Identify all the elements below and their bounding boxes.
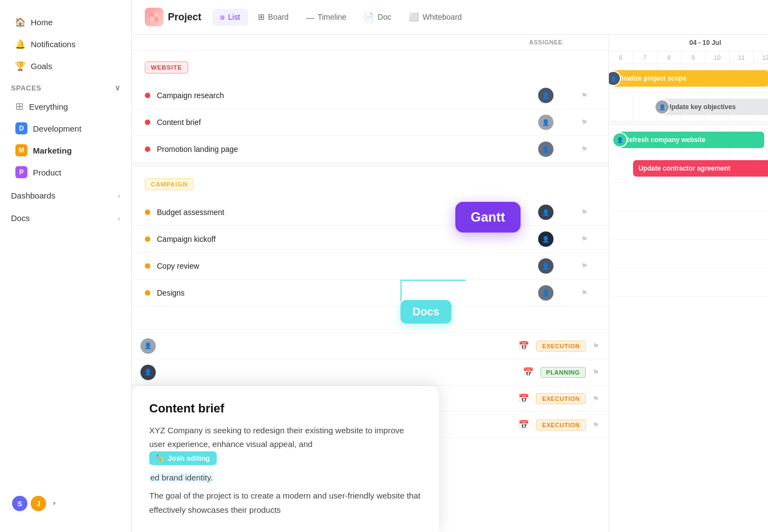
task-name: Campaign research — [157, 91, 518, 100]
space-avatar-p: P — [15, 166, 27, 178]
avatar: 👤 — [538, 258, 554, 274]
task-row-status[interactable]: 👤 📅 EXECUTION ⚑ — [132, 333, 608, 359]
task-assignee: 👤 — [518, 205, 573, 220]
sidebar-label-development: Development — [33, 124, 81, 133]
space-avatar-m: M — [15, 144, 27, 156]
gantt-week-headers: 04 - 10 Jul 11 - 17 Jul — [609, 35, 768, 52]
main-area: Project ≡ List ⊞ Board — Timeline 📄 Doc … — [132, 0, 768, 532]
avatar: 👤 — [612, 132, 628, 148]
chevron-right-icon: › — [117, 213, 120, 223]
gantt-row-empty — [609, 211, 768, 240]
gantt-day: 6 — [609, 52, 633, 64]
project-icon — [145, 8, 163, 26]
docs-connector-horizontal — [400, 280, 466, 281]
avatar-j[interactable]: J — [30, 495, 47, 512]
bell-icon: 🔔 — [15, 39, 25, 49]
sidebar-item-marketing[interactable]: M Marketing — [4, 140, 127, 161]
task-row[interactable]: Content brief 👤 ⚑ — [132, 109, 608, 136]
tab-list[interactable]: ≡ List — [212, 9, 248, 26]
task-name: Copy review — [157, 262, 518, 270]
sidebar-item-goals[interactable]: 🏆 Goals — [4, 55, 127, 76]
gantt-bar-objectives[interactable]: 👤 Update key objectives — [661, 99, 768, 115]
sidebar-bottom: S J ▾ — [0, 486, 131, 521]
docs-connector-vertical — [400, 280, 402, 302]
sidebar-item-product[interactable]: P Product — [4, 162, 127, 183]
tab-timeline[interactable]: — Timeline — [298, 9, 354, 26]
calendar-icon: 📅 — [523, 367, 534, 377]
avatar: 👤 — [538, 88, 554, 103]
task-row[interactable]: Campaign kickoff 👤 ⚑ — [132, 226, 608, 253]
task-flag: ⚑ — [573, 91, 595, 100]
sidebar-item-home[interactable]: 🏠 Home — [4, 12, 127, 32]
gantt-row-3: 👤 Refresh company website — [609, 126, 768, 154]
sidebar: 🏠 Home 🔔 Notifications 🏆 Goals Spaces ∨ … — [0, 0, 132, 532]
task-priority-dot — [145, 120, 150, 125]
task-row-status[interactable]: 👤 📅 PLANNING ⚑ — [132, 359, 608, 386]
sidebar-item-dashboards[interactable]: Dashboards › — [0, 185, 131, 206]
sidebar-item-development[interactable]: D Development — [4, 118, 127, 139]
docs-panel-title: Content brief — [149, 401, 421, 416]
task-row[interactable]: Promotion landing page 👤 ⚑ — [132, 136, 608, 163]
task-assignee: 👤 — [518, 88, 573, 103]
task-name: Designs — [157, 288, 518, 297]
task-assignee: 👤 — [518, 258, 573, 274]
sidebar-item-notifications[interactable]: 🔔 Notifications — [4, 33, 127, 54]
svg-rect-3 — [155, 18, 159, 21]
gantt-bar-finalize[interactable]: 👤 Finalize project scope — [612, 70, 768, 87]
task-priority-dot — [145, 263, 150, 269]
tab-doc[interactable]: 📄 Doc — [356, 8, 399, 26]
gantt-container: 04 - 10 Jul 11 - 17 Jul 6 7 8 9 10 11 12… — [609, 35, 768, 297]
task-name: Campaign kickoff — [157, 235, 518, 244]
task-row[interactable]: Budget assessment 👤 ⚑ — [132, 199, 608, 226]
task-priority-dot — [145, 93, 150, 98]
task-name: Promotion landing page — [157, 145, 518, 154]
avatar: 👤 — [609, 71, 621, 86]
gantt-row-1: 👤 Finalize project scope — [609, 64, 768, 93]
task-row[interactable]: Designs 👤 ⚑ — [132, 280, 608, 307]
josh-editing-badge[interactable]: ✏️ Josh editing — [149, 451, 217, 465]
status-badge: EXECUTION — [536, 341, 586, 352]
gantt-day: 12 — [754, 52, 768, 64]
avatar-s[interactable]: S — [11, 495, 29, 512]
gantt-day: 8 — [657, 52, 681, 64]
task-flag: ⚑ — [573, 288, 595, 297]
gantt-bar-website[interactable]: 👤 Refresh company website — [619, 132, 764, 148]
gantt-bar-contractor[interactable]: Update contractor agreement — [633, 160, 768, 177]
task-row[interactable]: Campaign research 👤 ⚑ — [132, 82, 608, 109]
group-label-website[interactable]: WEBSITE — [145, 61, 188, 73]
col-header-assignee: ASSIGNEE — [518, 39, 573, 46]
empty-row — [132, 307, 608, 333]
doc-icon: 📄 — [364, 12, 374, 22]
spaces-header: Spaces ∨ — [0, 77, 131, 95]
whiteboard-icon: ⬜ — [409, 12, 419, 22]
content-area: ASSIGNEE WEBSITE Campaign research 👤 ⚑ C… — [132, 35, 768, 532]
group-campaign: CAMPAIGN — [132, 167, 608, 199]
docs-panel: Content brief XYZ Company is seeking to … — [132, 386, 439, 533]
sidebar-item-docs[interactable]: Docs › — [0, 208, 131, 228]
calendar-icon: 📅 — [518, 420, 529, 430]
group-website: WEBSITE — [132, 50, 608, 82]
group-label-campaign[interactable]: CAMPAIGN — [145, 178, 194, 190]
grid-icon: ⊞ — [15, 100, 24, 112]
flag-icon: ⚑ — [592, 368, 600, 377]
task-assignee: 👤 — [518, 231, 573, 247]
top-navigation: Project ≡ List ⊞ Board — Timeline 📄 Doc … — [132, 0, 768, 35]
sidebar-label-home: Home — [31, 18, 53, 27]
tab-board[interactable]: ⊞ Board — [250, 8, 296, 26]
avatar: 👤 — [538, 231, 554, 247]
svg-rect-2 — [150, 18, 154, 21]
space-avatar-d: D — [15, 122, 27, 134]
task-row[interactable]: Copy review 👤 ⚑ — [132, 253, 608, 280]
tab-whiteboard[interactable]: ⬜ Whiteboard — [401, 8, 470, 26]
calendar-icon: 📅 — [518, 393, 529, 404]
chevron-down-icon[interactable]: ∨ — [115, 83, 121, 92]
sidebar-label-notifications: Notifications — [31, 39, 76, 49]
sidebar-item-everything[interactable]: ⊞ Everything — [4, 96, 127, 117]
gantt-row-2: 👤 Update key objectives — [609, 93, 768, 121]
avatar: 👤 — [538, 285, 554, 301]
flag-icon: ⚑ — [592, 421, 600, 429]
chevron-down-icon[interactable]: ▾ — [53, 500, 56, 507]
gantt-panel: 04 - 10 Jul 11 - 17 Jul 6 7 8 9 10 11 12… — [609, 35, 768, 532]
task-priority-dot — [145, 236, 150, 242]
docs-label-bubble: Docs — [400, 300, 451, 324]
